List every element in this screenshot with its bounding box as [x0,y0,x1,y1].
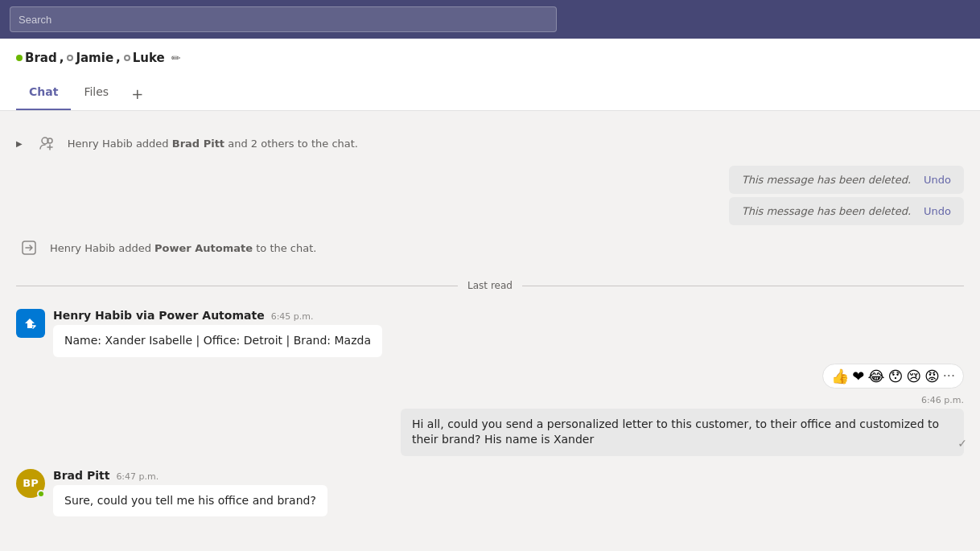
deleted-text-2: This message has been deleted. [742,205,911,217]
separator-1: , [60,51,64,65]
reaction-angry[interactable]: 😡 [924,368,940,384]
outgoing-bubble: Hi all, could you send a personalized le… [401,409,964,456]
message-meta-1: Henry Habib via Power Automate 6:45 p.m. [53,309,964,322]
group-add-icon [34,130,60,156]
reaction-bar-container: 👍 ❤️ 😂 😯 😢 😡 ··· [0,362,980,393]
undo-button-1[interactable]: Undo [924,174,951,186]
last-read-divider: Last read [0,273,980,298]
message-content-1: Henry Habib via Power Automate 6:45 p.m.… [53,309,964,357]
reaction-heart[interactable]: ❤️ [852,368,864,384]
online-indicator-brad [37,490,45,498]
message-meta-3: Brad Pitt 6:47 p.m. [53,469,964,482]
reaction-bar: 👍 ❤️ 😂 😯 😢 😡 ··· [822,364,964,389]
expand-arrow-icon[interactable]: ▶ [16,139,23,148]
search-input[interactable] [10,6,557,32]
tab-files[interactable]: Files [71,77,121,110]
chat-body: ▶ Henry Habib added Brad Pitt and 2 othe… [0,111,980,551]
participant-jamie: Jamie , [67,51,120,65]
message-group-1: Henry Habib via Power Automate 6:45 p.m.… [0,304,980,362]
participants-list: Brad , Jamie , Luke ✏️ [16,51,180,65]
message-time-1: 6:45 p.m. [271,311,314,322]
outgoing-meta: 6:46 p.m. [921,395,964,405]
deleted-message-2: This message has been deleted. Undo [729,197,964,225]
reaction-surprised[interactable]: 😯 [887,368,903,384]
add-tab-button[interactable]: + [121,77,153,110]
header-top: Brad , Jamie , Luke ✏️ [16,39,964,77]
header-tabs: Chat Files + [16,77,964,110]
divider-line-left [16,286,458,286]
participant-name-brad: Brad [25,51,57,65]
deleted-text-1: This message has been deleted. [742,174,911,186]
power-automate-icon [16,235,42,261]
message-bubble-1: Name: Xander Isabelle | Office: Detroit … [53,325,382,357]
message-bubble-3: Sure, could you tell me his office and b… [53,485,327,517]
system-msg-1-text: Henry Habib added Brad Pitt and 2 others… [68,138,358,150]
system-msg-2-text: Henry Habib added Power Automate to the … [50,242,316,254]
edit-participants-icon[interactable]: ✏️ [171,51,181,64]
deleted-messages-container: This message has been deleted. Undo This… [0,162,980,228]
participant-name-luke: Luke [133,51,165,65]
chat-header: Brad , Jamie , Luke ✏️ Chat Files + [0,39,980,111]
send-status-icon: ✓ [957,437,967,450]
divider-line-right [522,286,964,286]
participant-luke: Luke [124,51,165,65]
avatar-power-automate [16,309,45,338]
undo-button-2[interactable]: Undo [924,205,951,217]
sender-name-3: Brad Pitt [53,469,109,482]
message-content-3: Brad Pitt 6:47 p.m. Sure, could you tell… [53,469,964,517]
top-bar [0,0,980,39]
tab-chat[interactable]: Chat [16,77,71,110]
reaction-sad[interactable]: 😢 [906,368,921,384]
message-group-outgoing: 6:46 p.m. Hi all, could you send a perso… [0,393,980,458]
reaction-more-button[interactable]: ··· [943,368,955,384]
system-message-2: Henry Habib added Power Automate to the … [0,228,980,267]
message-time-3: 6:47 p.m. [116,471,159,482]
last-read-label: Last read [467,280,513,291]
reaction-thumbsup[interactable]: 👍 [831,368,849,384]
participant-brad: Brad , [16,51,64,65]
reaction-laugh[interactable]: 😂 [867,368,884,384]
message-group-3: BP Brad Pitt 6:47 p.m. Sure, could you t… [0,464,980,522]
status-dot-luke [124,55,130,61]
participant-name-jamie: Jamie [76,51,113,65]
status-dot-brad [16,55,23,61]
system-message-1: ▶ Henry Habib added Brad Pitt and 2 othe… [0,124,980,162]
separator-2: , [116,51,121,65]
avatar-brad: BP [16,469,45,498]
deleted-message-1: This message has been deleted. Undo [729,166,964,194]
sender-name-1: Henry Habib via Power Automate [53,309,265,322]
status-dot-jamie [67,55,73,61]
